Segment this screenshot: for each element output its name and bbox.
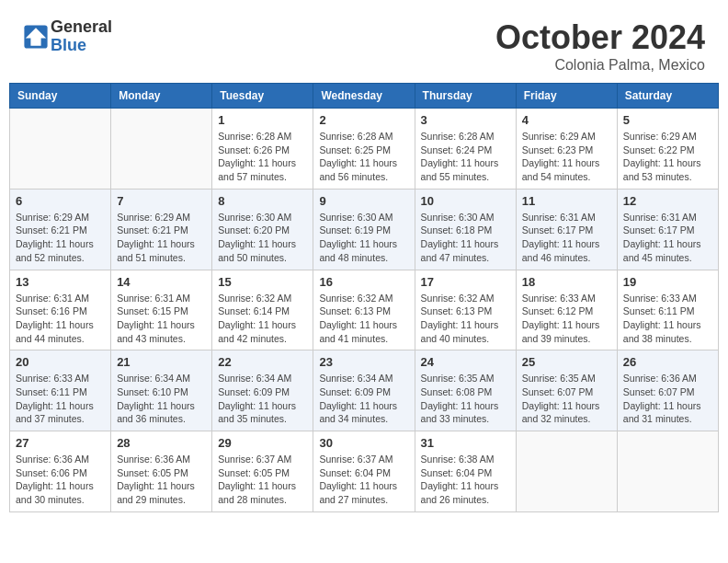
day-header: Wednesday	[313, 84, 415, 109]
day-number: 23	[319, 355, 408, 369]
calendar-cell: 19Sunrise: 6:33 AM Sunset: 6:11 PM Dayli…	[617, 270, 718, 350]
day-header: Friday	[516, 84, 617, 109]
calendar-cell: 18Sunrise: 6:33 AM Sunset: 6:12 PM Dayli…	[516, 270, 617, 350]
calendar-cell: 31Sunrise: 6:38 AM Sunset: 6:04 PM Dayli…	[415, 431, 516, 512]
day-header: Monday	[111, 84, 212, 109]
calendar-cell: 7Sunrise: 6:29 AM Sunset: 6:21 PM Daylig…	[111, 189, 212, 270]
calendar-week-row: 6Sunrise: 6:29 AM Sunset: 6:21 PM Daylig…	[10, 189, 719, 270]
day-number: 14	[117, 275, 206, 289]
day-number: 29	[218, 436, 307, 450]
logo: General Blue	[23, 18, 112, 55]
calendar-week-row: 20Sunrise: 6:33 AM Sunset: 6:11 PM Dayli…	[10, 350, 719, 431]
day-info: Sunrise: 6:36 AM Sunset: 6:06 PM Dayligh…	[16, 453, 105, 507]
calendar-cell: 12Sunrise: 6:31 AM Sunset: 6:17 PM Dayli…	[617, 189, 718, 270]
logo-line2: Blue	[51, 37, 112, 55]
calendar-table: SundayMondayTuesdayWednesdayThursdayFrid…	[9, 83, 719, 512]
day-info: Sunrise: 6:28 AM Sunset: 6:24 PM Dayligh…	[421, 130, 510, 184]
day-info: Sunrise: 6:37 AM Sunset: 6:05 PM Dayligh…	[218, 453, 307, 507]
calendar-week-row: 27Sunrise: 6:36 AM Sunset: 6:06 PM Dayli…	[10, 431, 719, 512]
calendar-cell	[10, 109, 111, 190]
calendar-cell: 2Sunrise: 6:28 AM Sunset: 6:25 PM Daylig…	[313, 109, 415, 190]
day-info: Sunrise: 6:36 AM Sunset: 6:07 PM Dayligh…	[623, 372, 712, 426]
calendar-cell: 29Sunrise: 6:37 AM Sunset: 6:05 PM Dayli…	[212, 431, 313, 512]
day-number: 7	[117, 194, 206, 208]
day-number: 18	[522, 275, 611, 289]
calendar-week-row: 13Sunrise: 6:31 AM Sunset: 6:16 PM Dayli…	[10, 270, 719, 350]
day-info: Sunrise: 6:30 AM Sunset: 6:18 PM Dayligh…	[421, 211, 510, 265]
calendar-cell: 11Sunrise: 6:31 AM Sunset: 6:17 PM Dayli…	[516, 189, 617, 270]
calendar-cell: 10Sunrise: 6:30 AM Sunset: 6:18 PM Dayli…	[415, 189, 516, 270]
calendar-cell: 9Sunrise: 6:30 AM Sunset: 6:19 PM Daylig…	[313, 189, 415, 270]
calendar-cell: 3Sunrise: 6:28 AM Sunset: 6:24 PM Daylig…	[415, 109, 516, 190]
day-info: Sunrise: 6:34 AM Sunset: 6:10 PM Dayligh…	[117, 372, 206, 426]
calendar-cell: 28Sunrise: 6:36 AM Sunset: 6:05 PM Dayli…	[111, 431, 212, 512]
day-info: Sunrise: 6:31 AM Sunset: 6:17 PM Dayligh…	[623, 211, 712, 265]
day-number: 3	[421, 113, 510, 127]
day-number: 28	[117, 436, 206, 450]
day-number: 2	[319, 113, 408, 127]
day-number: 9	[319, 194, 408, 208]
day-info: Sunrise: 6:32 AM Sunset: 6:13 PM Dayligh…	[421, 292, 510, 346]
calendar-header-row: SundayMondayTuesdayWednesdayThursdayFrid…	[10, 84, 719, 109]
day-info: Sunrise: 6:34 AM Sunset: 6:09 PM Dayligh…	[218, 372, 307, 426]
calendar-cell: 13Sunrise: 6:31 AM Sunset: 6:16 PM Dayli…	[10, 270, 111, 350]
day-info: Sunrise: 6:28 AM Sunset: 6:26 PM Dayligh…	[218, 130, 307, 184]
day-info: Sunrise: 6:31 AM Sunset: 6:15 PM Dayligh…	[117, 292, 206, 346]
calendar-cell: 14Sunrise: 6:31 AM Sunset: 6:15 PM Dayli…	[111, 270, 212, 350]
day-info: Sunrise: 6:37 AM Sunset: 6:04 PM Dayligh…	[319, 453, 408, 507]
calendar-cell: 6Sunrise: 6:29 AM Sunset: 6:21 PM Daylig…	[10, 189, 111, 270]
calendar-cell: 30Sunrise: 6:37 AM Sunset: 6:04 PM Dayli…	[313, 431, 415, 512]
day-info: Sunrise: 6:33 AM Sunset: 6:11 PM Dayligh…	[623, 292, 712, 346]
day-number: 15	[218, 275, 307, 289]
day-info: Sunrise: 6:33 AM Sunset: 6:11 PM Dayligh…	[16, 372, 105, 426]
calendar-cell: 20Sunrise: 6:33 AM Sunset: 6:11 PM Dayli…	[10, 350, 111, 431]
day-number: 16	[319, 275, 408, 289]
day-number: 17	[421, 275, 510, 289]
calendar-cell: 21Sunrise: 6:34 AM Sunset: 6:10 PM Dayli…	[111, 350, 212, 431]
day-number: 13	[16, 275, 105, 289]
page-header: General Blue October 2024 Colonia Palma,…	[9, 9, 719, 78]
day-header: Sunday	[10, 84, 111, 109]
calendar-cell: 5Sunrise: 6:29 AM Sunset: 6:22 PM Daylig…	[617, 109, 718, 190]
logo-text: General Blue	[51, 18, 112, 55]
day-number: 8	[218, 194, 307, 208]
day-info: Sunrise: 6:35 AM Sunset: 6:08 PM Dayligh…	[421, 372, 510, 426]
day-info: Sunrise: 6:30 AM Sunset: 6:20 PM Dayligh…	[218, 211, 307, 265]
calendar-cell	[111, 109, 212, 190]
calendar-cell: 17Sunrise: 6:32 AM Sunset: 6:13 PM Dayli…	[415, 270, 516, 350]
title-block: October 2024 Colonia Palma, Mexico	[495, 18, 705, 74]
day-info: Sunrise: 6:32 AM Sunset: 6:14 PM Dayligh…	[218, 292, 307, 346]
day-number: 4	[522, 113, 611, 127]
day-number: 10	[421, 194, 510, 208]
day-info: Sunrise: 6:29 AM Sunset: 6:21 PM Dayligh…	[16, 211, 105, 265]
day-info: Sunrise: 6:35 AM Sunset: 6:07 PM Dayligh…	[522, 372, 611, 426]
day-number: 1	[218, 113, 307, 127]
calendar-cell: 27Sunrise: 6:36 AM Sunset: 6:06 PM Dayli…	[10, 431, 111, 512]
day-info: Sunrise: 6:31 AM Sunset: 6:16 PM Dayligh…	[16, 292, 105, 346]
calendar-cell: 26Sunrise: 6:36 AM Sunset: 6:07 PM Dayli…	[617, 350, 718, 431]
day-info: Sunrise: 6:34 AM Sunset: 6:09 PM Dayligh…	[319, 372, 408, 426]
day-number: 31	[421, 436, 510, 450]
day-number: 25	[522, 355, 611, 369]
day-info: Sunrise: 6:29 AM Sunset: 6:23 PM Dayligh…	[522, 130, 611, 184]
day-number: 19	[623, 275, 712, 289]
day-number: 22	[218, 355, 307, 369]
day-header: Thursday	[415, 84, 516, 109]
day-info: Sunrise: 6:29 AM Sunset: 6:22 PM Dayligh…	[623, 130, 712, 184]
day-number: 20	[16, 355, 105, 369]
logo-icon	[23, 24, 49, 50]
day-number: 24	[421, 355, 510, 369]
day-number: 27	[16, 436, 105, 450]
calendar-cell: 23Sunrise: 6:34 AM Sunset: 6:09 PM Dayli…	[313, 350, 415, 431]
day-info: Sunrise: 6:38 AM Sunset: 6:04 PM Dayligh…	[421, 453, 510, 507]
day-header: Tuesday	[212, 84, 313, 109]
calendar-subtitle: Colonia Palma, Mexico	[495, 57, 705, 74]
calendar-cell: 24Sunrise: 6:35 AM Sunset: 6:08 PM Dayli…	[415, 350, 516, 431]
day-header: Saturday	[617, 84, 718, 109]
day-number: 30	[319, 436, 408, 450]
day-info: Sunrise: 6:30 AM Sunset: 6:19 PM Dayligh…	[319, 211, 408, 265]
calendar-cell: 16Sunrise: 6:32 AM Sunset: 6:13 PM Dayli…	[313, 270, 415, 350]
day-info: Sunrise: 6:28 AM Sunset: 6:25 PM Dayligh…	[319, 130, 408, 184]
day-number: 26	[623, 355, 712, 369]
calendar-cell	[617, 431, 718, 512]
